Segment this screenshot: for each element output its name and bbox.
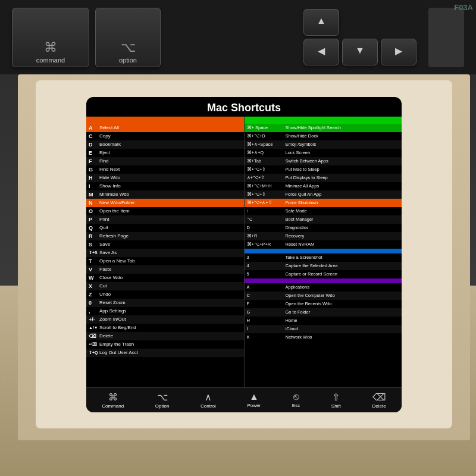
right-column: ⌘+ Space Show/Hide Spotlight Search ⌘+⌥+… <box>245 117 402 387</box>
bottom-esc-key: ⎋ Esc <box>292 392 300 408</box>
table-row: T Open a New Tab <box>86 257 244 265</box>
table-row: X Cut <box>86 282 244 290</box>
bottom-power-key: ▲ Power <box>248 392 261 408</box>
table-row: F Find <box>86 157 244 165</box>
table-row: ▲/▼ Scroll to Beg/End <box>86 324 244 332</box>
table-row: +⌫ Empty the Trash <box>86 340 244 349</box>
shortcuts-card: Mac Shortcuts A Select All C Copy D Book… <box>86 97 402 412</box>
table-row: G Go to Folder <box>245 308 402 317</box>
table-row: A Applications <box>245 283 402 292</box>
bottom-delete-symbol: ⌫ <box>372 392 386 403</box>
bottom-cmd-key: ⌘ Command <box>102 392 124 409</box>
table-row: ⌘+∧+Q Lock Screen <box>245 149 402 157</box>
table-row: H Home <box>245 317 402 325</box>
table-row: I iCloud <box>245 325 402 333</box>
table-row: F Open the Recents Wdo <box>245 300 402 308</box>
bottom-delete-label: Delete <box>372 403 386 409</box>
bottom-power-symbol: ▲ <box>249 392 259 402</box>
bottom-esc-symbol: ⎋ <box>293 392 299 402</box>
arrow-left-key[interactable]: ◀ <box>303 39 339 65</box>
table-row: ⌘+⌥+⇧ Force Quit An App <box>245 190 402 199</box>
speaker-grille <box>428 8 464 67</box>
table-row: ⌘+⌥+P+R Reset NVRAM <box>245 240 402 249</box>
table-row: D Bookmark <box>86 140 244 149</box>
bottom-ctrl-key: ∧ Control <box>201 392 216 409</box>
table-row: A Select All <box>86 124 244 132</box>
table-row: M Minimize Wdo <box>86 190 244 199</box>
bottom-opt-label: Option <box>155 403 170 409</box>
watermark: F03A <box>454 3 473 12</box>
table-row <box>245 249 402 253</box>
table-row: ⌘+ Space Show/Hide Spotlight Search <box>245 124 402 132</box>
right-header-bar <box>245 117 402 124</box>
table-row: ⌘+Tab Switch Between Apps <box>245 157 402 165</box>
bottom-shift-key: ⇧ Shift <box>331 392 341 409</box>
trackpad-area: Mac Shortcuts A Select All C Copy D Book… <box>36 80 452 428</box>
table-row: 0 Reset Zoom <box>86 299 244 307</box>
table-row: ⌘+⌥+⇧ Put Mac to Sleep <box>245 165 402 174</box>
table-row: +/- Zoom In/Out <box>86 315 244 324</box>
table-row: W Close Wdo <box>86 274 244 282</box>
table-row: ⌘+⌥+∧+⇧ Force Shutdown <box>245 199 402 207</box>
table-row: ∧+⌥+⇧ Put Displays to Sleep <box>245 174 402 182</box>
table-row: ⌘+∧+Space Emoji /Symbols <box>245 140 402 149</box>
left-header-bar <box>86 117 244 124</box>
bottom-shift-symbol: ⇧ <box>332 392 340 403</box>
arrow-down-key[interactable]: ▼ <box>342 39 378 65</box>
table-row: S Save <box>86 240 244 249</box>
bottom-cmd-symbol: ⌘ <box>108 392 118 403</box>
table-row: 5 Capture or Record Screen <box>245 270 402 278</box>
table-row: V Paste <box>86 265 244 274</box>
shortcuts-content: A Select All C Copy D Bookmark E Eject F <box>86 117 402 387</box>
table-row: ⌫ Delete <box>86 332 244 340</box>
bottom-esc-label: Esc <box>292 403 300 408</box>
table-row: Z Undo <box>86 290 244 299</box>
table-row: ↑ Safe Mode <box>245 207 402 215</box>
bottom-ctrl-label: Control <box>201 403 216 409</box>
table-row: D Diagnostics <box>245 224 402 232</box>
table-row: ⌥ Boot Manager <box>245 215 402 224</box>
table-row: ⌘+R Recovery <box>245 232 402 240</box>
bottom-key-bar: ⌘ Command ⌥ Option ∧ Control ▲ Power ⎋ E… <box>86 387 402 412</box>
table-row: ⇧+Q Log Out User Acct <box>86 349 244 357</box>
bottom-opt-symbol: ⌥ <box>157 392 168 403</box>
table-row: O Open the Item <box>86 207 244 215</box>
table-row: C Open the Computer Wdo <box>245 292 402 300</box>
table-row: E Eject <box>86 149 244 157</box>
table-row <box>245 278 402 283</box>
table-row: ⌘+⌥+D Show/Hide Dock <box>245 132 402 140</box>
table-row: 4 Capture the Selected Area <box>245 262 402 270</box>
table-row: R Refresh Page <box>86 232 244 240</box>
bottom-cmd-label: Command <box>102 403 124 409</box>
cmd-label: command <box>36 57 65 64</box>
bottom-delete-key: ⌫ Delete <box>372 392 386 409</box>
card-title: Mac Shortcuts <box>86 97 402 117</box>
table-row: K Network Wdo <box>245 333 402 342</box>
opt-symbol: ⌥ <box>121 40 136 55</box>
bottom-opt-key: ⌥ Option <box>155 392 170 409</box>
table-row: C Copy <box>86 132 244 140</box>
bottom-shift-label: Shift <box>331 403 341 409</box>
opt-key[interactable]: ⌥ option <box>95 8 161 67</box>
table-row: Q Quit <box>86 224 244 232</box>
arrow-right-key[interactable]: ▶ <box>381 39 416 65</box>
table-row: , App Settings <box>86 307 244 315</box>
cmd-symbol: ⌘ <box>44 40 57 55</box>
cmd-key[interactable]: ⌘ command <box>12 8 89 67</box>
left-column: A Select All C Copy D Bookmark E Eject F <box>86 117 244 387</box>
arrow-up-key[interactable]: ▲ <box>303 9 339 36</box>
table-row: P Print <box>86 215 244 224</box>
opt-label: option <box>119 57 137 64</box>
table-row: I Show Info <box>86 182 244 190</box>
bottom-ctrl-symbol: ∧ <box>205 392 212 403</box>
table-row: ⇧+S Save As <box>86 249 244 257</box>
table-row: G Find Next <box>86 165 244 174</box>
table-row: 3 Take a Screenshot <box>245 253 402 262</box>
table-row: ⌘+⌥+M+H Minimze All Apps <box>245 182 402 190</box>
keyboard-top: ⌘ command ⌥ option ▲ ◀ ▼ ▶ <box>0 0 476 74</box>
table-row: H Hide Wdo <box>86 174 244 182</box>
table-row: N New Wdo/Folder <box>86 199 244 207</box>
bottom-power-label: Power <box>248 403 261 408</box>
